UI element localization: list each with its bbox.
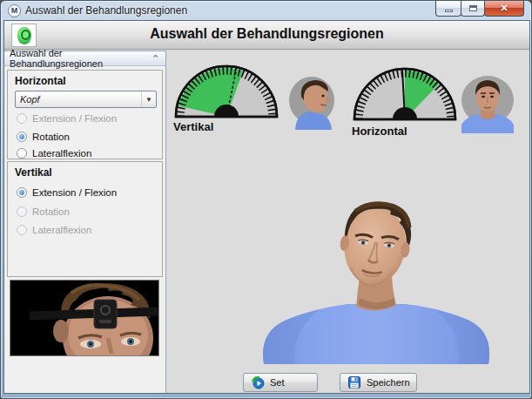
maximize-icon xyxy=(469,5,477,11)
chevron-down-icon: ▼ xyxy=(141,91,156,107)
app-logo-icon: M xyxy=(8,4,21,17)
radio-icon xyxy=(17,206,27,217)
chevron-up-icon[interactable] xyxy=(152,56,160,62)
gauge-vertikal xyxy=(170,56,283,119)
head-sensor-photo xyxy=(10,280,159,356)
close-icon: ✕ xyxy=(500,3,508,14)
head-front-thumbnail xyxy=(458,74,517,133)
region-dropdown-value: Kopf xyxy=(16,94,141,105)
gauge-horizontal-label: Horizontal xyxy=(352,125,407,138)
model-3d-bust[interactable] xyxy=(257,192,494,364)
sidebar-panel-header[interactable]: Auswahl der Behandlungsregionen xyxy=(4,51,165,66)
minimize-icon xyxy=(445,10,453,12)
radio-vertikal-rotation: Rotation xyxy=(17,206,70,218)
main-view: Vertikal xyxy=(166,51,529,393)
group-horizontal-label: Horizontal xyxy=(15,75,66,87)
set-button-label: Set xyxy=(270,377,285,388)
gauge-vertikal-label: Vertikal xyxy=(173,120,213,133)
sidebar: Auswahl der Behandlungsregionen Horizont… xyxy=(4,51,166,394)
region-dropdown[interactable]: Kopf ▼ xyxy=(15,91,157,108)
radio-horizontal-lateralflexion[interactable]: Lateralflexion xyxy=(17,147,91,159)
app-window: M Auswahl der Behandlungsregionen ✕ Ausw… xyxy=(0,0,532,399)
radio-icon xyxy=(17,132,27,142)
action-bar: Set Speichern xyxy=(166,373,529,392)
page-header: Auswahl der Behandlungsregionen xyxy=(4,21,529,50)
sidebar-panel-title: Auswahl der Behandlungsregionen xyxy=(10,48,152,69)
radio-icon xyxy=(17,113,27,124)
maximize-button[interactable] xyxy=(461,1,485,17)
close-button[interactable]: ✕ xyxy=(484,1,524,17)
radio-horizontal-extension-flexion: Extension / Flexion xyxy=(17,112,117,125)
radio-horizontal-rotation[interactable]: Rotation xyxy=(17,131,70,143)
client-area: Auswahl der Behandlungsregionen Auswahl … xyxy=(3,20,530,394)
radio-icon xyxy=(17,187,27,198)
save-disk-icon xyxy=(347,375,361,389)
set-button[interactable]: Set xyxy=(243,373,318,392)
save-button-label: Speichern xyxy=(367,377,410,388)
group-vertikal: Vertikal Extension / Flexion Rotation La… xyxy=(7,161,163,277)
page-title: Auswahl der Behandlungsregionen xyxy=(4,26,529,42)
radio-icon xyxy=(17,148,27,159)
save-button[interactable]: Speichern xyxy=(340,373,417,392)
group-vertikal-label: Vertikal xyxy=(15,166,52,179)
radio-icon xyxy=(17,225,27,235)
minimize-button[interactable] xyxy=(435,1,461,17)
group-horizontal: Horizontal Kopf ▼ Extension / Flexion Ro… xyxy=(7,70,163,159)
radio-vertikal-lateralflexion: Lateralflexion xyxy=(17,224,91,236)
gauge-horizontal xyxy=(348,58,461,122)
window-title: Auswahl der Behandlungsregionen xyxy=(25,4,187,17)
head-profile-thumbnail xyxy=(288,74,339,130)
radio-vertikal-extension-flexion[interactable]: Extension / Flexion xyxy=(17,186,117,199)
window-controls: ✕ xyxy=(436,1,524,17)
set-apply-icon xyxy=(251,375,265,389)
